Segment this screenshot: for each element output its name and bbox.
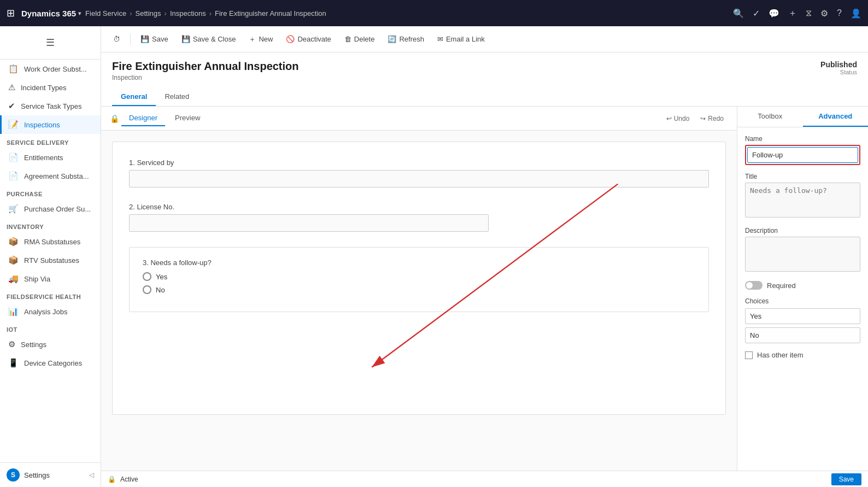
settings-icon[interactable]: ⚙ [820, 8, 828, 19]
sidebar-item-agreement-substa[interactable]: 📄 Agreement Substa... [0, 167, 101, 185]
waffle-icon[interactable]: ⊞ [7, 7, 15, 19]
comment-icon[interactable]: 💬 [769, 8, 779, 19]
radio-no[interactable]: No [143, 285, 695, 294]
form-canvas[interactable]: 1. Serviced by 2. License No. 3. Needs a… [112, 142, 726, 415]
agreement-icon: 📄 [8, 171, 19, 181]
right-panel: Toolbox Advanced Name Title [737, 107, 868, 471]
delete-label: Delete [354, 35, 375, 43]
rp-name-field: Name [745, 135, 860, 165]
form-section-followup[interactable]: 3. Needs a follow-up? Yes No [129, 247, 709, 312]
device-icon: 📱 [8, 358, 19, 368]
bc-inspections[interactable]: Inspections [170, 9, 206, 17]
designer-tab-designer[interactable]: Designer [121, 110, 165, 126]
save-close-button[interactable]: 💾 Save & Close [176, 32, 242, 46]
main-layout: ☰ 📋 Work Order Subst... ⚠ Incident Types… [0, 26, 868, 487]
designer-actions: ↩ Undo ↪ Redo [662, 113, 728, 125]
content-area: 🔒 Designer Preview ↩ Undo ↪ Redo [101, 107, 868, 471]
inspections-icon: 📝 [8, 120, 19, 130]
sidebar-item-rtv[interactable]: 📦 RTV Substatuses [0, 251, 101, 269]
bc-field-service[interactable]: Field Service [85, 9, 126, 17]
search-icon[interactable]: 🔍 [733, 8, 744, 19]
status-save-button[interactable]: Save [831, 473, 861, 485]
sidebar-label: Entitlements [24, 154, 63, 162]
rp-choice-no[interactable]: No [745, 327, 860, 343]
redo-icon: ↪ [700, 115, 706, 122]
radio-yes[interactable]: Yes [143, 272, 695, 281]
refresh-icon: 🔄 [388, 35, 396, 43]
new-button[interactable]: ＋ New [243, 31, 278, 48]
email-link-button[interactable]: ✉ Email a Link [432, 32, 490, 46]
tab-related[interactable]: Related [156, 88, 198, 106]
page-status: Published Status [820, 60, 857, 75]
designer-tab-preview[interactable]: Preview [167, 110, 208, 126]
sidebar-item-entitlements[interactable]: 📄 Entitlements [0, 148, 101, 167]
tab-advanced[interactable]: Advanced [803, 107, 869, 127]
bc-sep2: › [165, 9, 167, 17]
sidebar-item-service-task-types[interactable]: ✔ Service Task Types [0, 97, 101, 115]
add-icon[interactable]: ＋ [788, 8, 797, 19]
history-btn[interactable]: ⏱ [108, 32, 126, 46]
rp-required-row: Required [745, 281, 860, 290]
rp-choices-label: Choices [745, 297, 860, 305]
status-lock-icon: 🔒 [108, 476, 116, 483]
radio-no-label: No [156, 286, 165, 294]
analysis-icon: 📊 [8, 307, 19, 316]
tab-general[interactable]: General [112, 88, 156, 106]
rp-choice-yes[interactable]: Yes [745, 308, 860, 324]
redo-button[interactable]: ↪ Redo [696, 113, 728, 125]
sidebar-item-rma[interactable]: 📦 RMA Substatuses [0, 232, 101, 251]
status-label: Status [820, 69, 857, 75]
save-icon: 💾 [140, 35, 149, 43]
tab-toolbox[interactable]: Toolbox [737, 107, 803, 127]
rp-description-input[interactable] [745, 237, 860, 272]
sidebar-item-analysis-jobs[interactable]: 📊 Analysis Jobs [0, 302, 101, 321]
toolbar: ⏱ 💾 Save 💾 Save & Close ＋ New 🚫 Deactiva… [101, 26, 868, 52]
filter-icon[interactable]: ⧖ [806, 8, 812, 18]
radio-circle-yes [143, 272, 151, 281]
new-label: New [259, 35, 273, 43]
email-icon: ✉ [437, 35, 443, 43]
rp-title-input[interactable] [745, 183, 860, 218]
designer-panel: 🔒 Designer Preview ↩ Undo ↪ Redo [101, 107, 737, 471]
rp-required-label: Required [767, 281, 796, 290]
sidebar-item-inspections[interactable]: 📝 Inspections [0, 115, 101, 134]
field-3-label: 3. Needs a follow-up? [143, 259, 695, 267]
check-icon[interactable]: ✓ [753, 8, 760, 19]
sidebar-item-work-order-subst[interactable]: 📋 Work Order Subst... [0, 60, 101, 78]
sidebar-user[interactable]: S Settings ◁ [0, 463, 101, 487]
refresh-label: Refresh [399, 35, 424, 43]
page-tabs: General Related [112, 88, 857, 106]
bc-sep1: › [130, 9, 132, 17]
pin-icon[interactable]: ◁ [89, 471, 94, 479]
bc-settings[interactable]: Settings [136, 9, 161, 17]
rp-description-field: Description [745, 227, 860, 273]
sidebar-label: Work Order Subst... [24, 65, 87, 73]
save-button[interactable]: 💾 Save [135, 32, 174, 46]
toolbar-divider1 [130, 34, 131, 45]
page-subtitle: Inspection [112, 74, 299, 81]
radio-yes-label: Yes [156, 273, 167, 281]
rp-name-input[interactable] [747, 147, 858, 163]
sidebar-item-ship-via[interactable]: 🚚 Ship Via [0, 269, 101, 288]
rp-required-toggle[interactable] [745, 281, 763, 290]
user-icon[interactable]: 👤 [851, 8, 861, 19]
undo-button[interactable]: ↩ Undo [662, 113, 694, 125]
field-1-input[interactable] [129, 170, 709, 187]
sidebar-item-purchase-order[interactable]: 🛒 Purchase Order Su... [0, 200, 101, 218]
right-panel-content: Name Title Description [737, 127, 868, 367]
page-header-top: Fire Extinguisher Annual Inspection Insp… [112, 60, 857, 81]
sidebar-item-device-categories[interactable]: 📱 Device Categories [0, 354, 101, 372]
sidebar-label: Inspections [24, 121, 60, 129]
rp-has-other-checkbox[interactable] [745, 351, 753, 359]
refresh-button[interactable]: 🔄 Refresh [382, 32, 430, 46]
sidebar-item-incident-types[interactable]: ⚠ Incident Types [0, 78, 101, 97]
deactivate-label: Deactivate [297, 35, 331, 43]
help-icon[interactable]: ? [837, 8, 842, 18]
app-name-label: Dynamics 365 [21, 9, 76, 18]
deactivate-button[interactable]: 🚫 Deactivate [280, 32, 336, 46]
sidebar-item-iot-settings[interactable]: ⚙ Settings [0, 335, 101, 354]
app-name[interactable]: Dynamics 365 ▾ [21, 9, 81, 18]
field-2-input[interactable] [129, 214, 489, 232]
sidebar-toggle-btn[interactable]: ☰ [40, 33, 60, 52]
delete-button[interactable]: 🗑 Delete [339, 32, 380, 46]
